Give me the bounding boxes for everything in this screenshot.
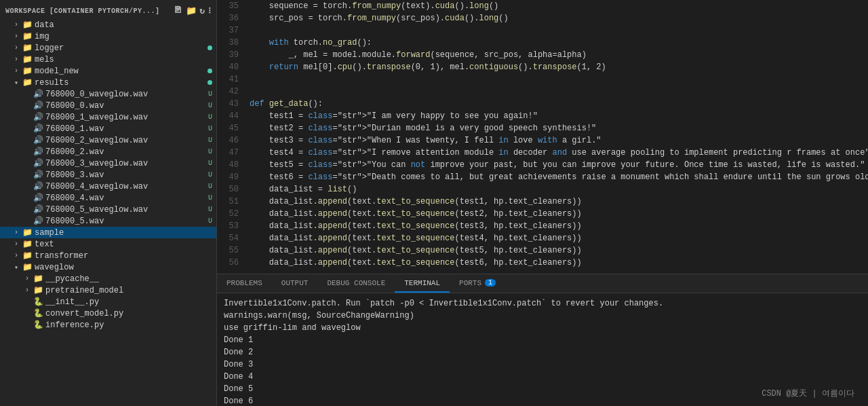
code-scroll: 3536373839404142434445464748495051525354…: [217, 0, 868, 274]
untracked-badge: U: [208, 206, 212, 213]
tree-item-768000-3-waveglow-wav[interactable]: 🔊768000_3_waveglow.wavU: [0, 158, 216, 169]
tree-item-768000-4-waveglow-wav[interactable]: 🔊768000_4_waveglow.wavU: [0, 181, 216, 192]
tree-item-label: results: [35, 78, 208, 88]
untracked-badge: U: [208, 160, 212, 167]
tree-item---pycache--[interactable]: ›📁__pycache__: [0, 273, 216, 284]
tree-item-768000-1-wav[interactable]: 🔊768000_1.wavU: [0, 123, 216, 134]
editor-area: 3536373839404142434445464748495051525354…: [217, 0, 868, 406]
folder-icon: 📁: [22, 251, 33, 261]
panel-tab-ports[interactable]: PORTS1: [450, 274, 505, 293]
audio-file-icon: 🔊: [33, 89, 43, 99]
code-line: src_pos = torch.from_numpy(src_pos).cuda…: [250, 12, 868, 24]
line-number: 38: [217, 37, 239, 49]
tree-item-768000-2-wav[interactable]: 🔊768000_2.wavU: [0, 146, 216, 158]
tree-item-img[interactable]: ›📁img: [0, 31, 216, 42]
tree-arrow: ›: [22, 275, 33, 282]
tree-item-text[interactable]: ›📁text: [0, 238, 216, 250]
tree-item-model-new[interactable]: ›📁model_new: [0, 65, 216, 77]
folder-icon: 📁: [22, 66, 33, 76]
tree-arrow: ▾: [11, 263, 22, 272]
audio-file-icon: 🔊: [33, 112, 43, 122]
tree-item-768000-5-wav[interactable]: 🔊768000_5.wavU: [0, 215, 216, 227]
refresh-icon[interactable]: ↻: [199, 5, 205, 16]
untracked-badge: U: [208, 136, 212, 144]
tree-item-label: 768000_5_waveglow.wav: [45, 205, 208, 215]
modified-dot: [208, 69, 212, 73]
tree-item-768000-3-wav[interactable]: 🔊768000_3.wavU: [0, 169, 216, 181]
new-folder-icon[interactable]: 📁: [186, 5, 197, 16]
tree-arrow: ▾: [11, 79, 22, 87]
line-number: 37: [217, 24, 239, 37]
panel: PROBLEMSOUTPUTDEBUG CONSOLETERMINALPORTS…: [217, 274, 868, 406]
folder-icon: 📁: [22, 77, 33, 88]
new-file-icon[interactable]: 🖹: [174, 5, 183, 16]
panel-tab-output[interactable]: OUTPUT: [272, 274, 318, 293]
panel-tab-label: TERMINAL: [404, 279, 440, 287]
code-line: data_list.append(text.text_to_sequence(t…: [250, 257, 868, 269]
code-line: _, mel = model.module.forward(sequence, …: [250, 49, 868, 61]
untracked-badge: U: [208, 148, 212, 155]
line-number: 56: [217, 257, 239, 269]
panel-tab-label: PROBLEMS: [226, 279, 262, 287]
tree-item-label: 768000_2_waveglow.wav: [45, 136, 208, 145]
tree-item-768000-4-wav[interactable]: 🔊768000_4.wavU: [0, 192, 216, 204]
sidebar: WORKSPACE [CONTAINER PYTORCH/PY...] 🖹 📁 …: [0, 0, 217, 406]
line-number: 42: [217, 86, 239, 98]
collapse-icon[interactable]: ⁝: [208, 5, 212, 16]
code-line: def get_data():: [250, 98, 868, 110]
tree-item-label: logger: [35, 43, 208, 53]
tree-item-label: data: [35, 20, 216, 30]
tree-arrow: ›: [11, 21, 22, 29]
code-line: data_list.append(text.text_to_sequence(t…: [250, 220, 868, 232]
tree-item-inference-py[interactable]: 🐍inference.py: [0, 319, 216, 331]
tree-item-convert-model-py[interactable]: 🐍convert_model.py: [0, 308, 216, 319]
code-line: with torch.no_grad():: [250, 37, 868, 49]
line-number: 39: [217, 49, 239, 61]
tree-item-sample[interactable]: ›📁sample: [0, 227, 216, 238]
panel-tab-badge: 1: [485, 279, 496, 287]
terminal-line: Done 2: [224, 346, 861, 358]
tree-item-label: waveglow: [35, 263, 216, 272]
tree-item-768000-0-wav[interactable]: 🔊768000_0.wavU: [0, 100, 216, 111]
tree-item-768000-2-waveglow-wav[interactable]: 🔊768000_2_waveglow.wavU: [0, 134, 216, 146]
line-number: 50: [217, 183, 239, 196]
folder-icon: 📁: [22, 262, 33, 272]
tree-item-pretrained-model[interactable]: ›📁pretrained_model: [0, 284, 216, 296]
line-number: 44: [217, 110, 239, 122]
tree-item-768000-5-waveglow-wav[interactable]: 🔊768000_5_waveglow.wavU: [0, 204, 216, 215]
line-numbers: 3536373839404142434445464748495051525354…: [217, 0, 244, 274]
code-line: test6 = class="str">"Death comes to all,…: [250, 171, 868, 183]
panel-tab-label: PORTS: [459, 279, 481, 287]
tree-item-results[interactable]: ▾📁results: [0, 77, 216, 88]
tree-item-data[interactable]: ›📁data: [0, 19, 216, 31]
tree-item-transformer[interactable]: ›📁transformer: [0, 250, 216, 261]
tree-item-label: 768000_5.wav: [45, 217, 208, 226]
panel-tab-terminal[interactable]: TERMINAL: [395, 274, 450, 293]
untracked-badge: U: [208, 125, 212, 132]
audio-file-icon: 🔊: [33, 100, 43, 111]
line-number: 53: [217, 220, 239, 232]
line-number: 48: [217, 159, 239, 171]
tree-item-mels[interactable]: ›📁mels: [0, 54, 216, 65]
tree-item-label: img: [35, 32, 216, 41]
terminal-content[interactable]: Invertible1x1Conv.patch. Run `patch -p0 …: [217, 293, 868, 406]
tree-item-label: sample: [35, 228, 216, 238]
python-file-icon: 🐍: [33, 320, 43, 330]
panel-tab-problems[interactable]: PROBLEMS: [217, 274, 272, 293]
tree-item-768000-1-waveglow-wav[interactable]: 🔊768000_1_waveglow.wavU: [0, 111, 216, 123]
tree-item-768000-0-waveglow-wav[interactable]: 🔊768000_0_waveglow.wavU: [0, 88, 216, 100]
tree-arrow: ›: [11, 33, 22, 40]
panel-tab-debug-console[interactable]: DEBUG CONSOLE: [317, 274, 395, 293]
code-content[interactable]: sequence = torch.from_numpy(text).cuda()…: [244, 0, 868, 274]
tree-item-waveglow[interactable]: ▾📁waveglow: [0, 261, 216, 273]
line-number: 43: [217, 98, 239, 110]
tree-item---init---py[interactable]: 🐍__init__.py: [0, 296, 216, 308]
line-number: 40: [217, 61, 239, 73]
code-line: [250, 73, 868, 86]
tree-item-logger[interactable]: ›📁logger: [0, 42, 216, 54]
modified-dot: [208, 80, 212, 85]
audio-file-icon: 🔊: [33, 170, 43, 180]
tree-arrow: ›: [11, 44, 22, 52]
modified-dot: [208, 45, 212, 50]
untracked-badge: U: [208, 113, 212, 121]
